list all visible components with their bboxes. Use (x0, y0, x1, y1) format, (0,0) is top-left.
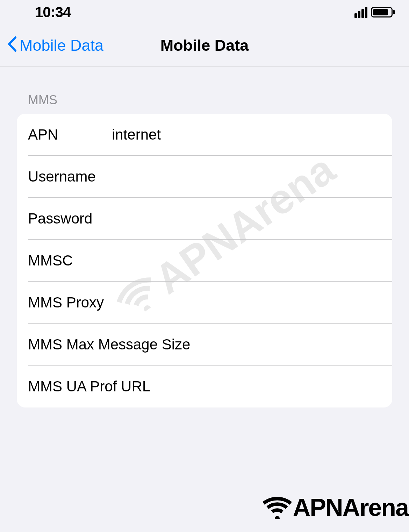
settings-row-username[interactable]: Username (17, 156, 392, 198)
section-header-mms: MMS (17, 66, 392, 114)
settings-row-mmsc[interactable]: MMSC (17, 240, 392, 282)
settings-group-mms: APN Username Password MMSC MMS Proxy MMS… (17, 114, 392, 407)
row-label: APN (28, 126, 112, 143)
settings-row-mms-ua-prof[interactable]: MMS UA Prof URL (17, 366, 392, 407)
row-label: Username (28, 168, 112, 185)
mmsc-input[interactable] (112, 252, 381, 269)
battery-icon (371, 7, 395, 17)
row-label: MMS UA Prof URL (28, 378, 150, 395)
mms-proxy-input[interactable] (104, 294, 381, 311)
mms-max-size-input[interactable] (190, 336, 381, 353)
settings-row-mms-proxy[interactable]: MMS Proxy (17, 282, 392, 324)
settings-row-apn[interactable]: APN (17, 114, 392, 156)
wifi-icon (261, 495, 293, 520)
status-time: 10:34 (35, 4, 71, 21)
cellular-signal-icon (354, 7, 367, 18)
row-label: MMS Proxy (28, 294, 104, 311)
logo-text: APNArena (293, 494, 408, 522)
page-title: Mobile Data (160, 36, 249, 55)
content-area: APNArena MMS APN Username Password MMSC … (0, 66, 409, 407)
apnarena-logo: APNArena (261, 494, 408, 522)
settings-row-password[interactable]: Password (17, 198, 392, 240)
username-input[interactable] (112, 168, 381, 185)
status-bar: 10:34 (0, 0, 409, 24)
mms-ua-prof-input[interactable] (150, 378, 381, 395)
row-label: MMS Max Message Size (28, 336, 190, 353)
apn-input[interactable] (112, 126, 381, 143)
row-label: Password (28, 210, 112, 227)
navigation-header: Mobile Data Mobile Data (0, 24, 409, 66)
password-input[interactable] (112, 210, 381, 227)
chevron-left-icon (7, 36, 17, 55)
settings-row-mms-max-size[interactable]: MMS Max Message Size (17, 324, 392, 366)
back-button[interactable]: Mobile Data (0, 36, 103, 55)
row-label: MMSC (28, 252, 112, 269)
back-label: Mobile Data (20, 36, 103, 55)
status-indicators (354, 7, 395, 18)
